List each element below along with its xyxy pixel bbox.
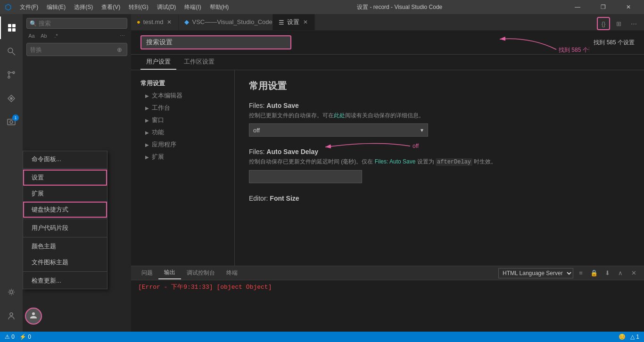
- activity-extensions[interactable]: [0, 87, 23, 110]
- panel-tab-output[interactable]: 输出: [158, 267, 181, 279]
- context-menu-color-theme[interactable]: 颜色主题: [23, 238, 107, 254]
- context-menu-extensions[interactable]: 扩展: [23, 186, 107, 202]
- auto-save-select[interactable]: off afterDelay onFocusChange onWindowCha…: [249, 123, 428, 137]
- settings-group-features[interactable]: ▶ 功能: [131, 126, 234, 138]
- replace-all-button[interactable]: ⊕: [116, 45, 124, 54]
- panel-clear-button[interactable]: ≡: [575, 268, 586, 279]
- badge-count: 1: [12, 114, 19, 121]
- search-regex-button[interactable]: .*: [51, 31, 61, 41]
- context-menu-divider-3: [23, 237, 107, 237]
- settings-detail: 常用设置 Files: Auto Save 控制已更新文件的自动保存。可在此处阅…: [235, 70, 644, 266]
- tab-icon-settings: ☰: [279, 19, 284, 26]
- tab-icon-vsc-md: ◆: [184, 18, 189, 25]
- arrow-icon-5: ▶: [145, 142, 149, 147]
- context-menu-keyboard-shortcuts[interactable]: 键盘快捷方式: [23, 202, 107, 218]
- auto-save-delay-input[interactable]: 1000: [249, 170, 362, 183]
- settings-group-window[interactable]: ▶ 窗口: [131, 114, 234, 126]
- settings-group-common[interactable]: 常用设置: [131, 77, 234, 90]
- arrow-icon-2: ▶: [145, 106, 149, 111]
- panel-error-text: [Error - 下午9:31:33] [object Object]: [138, 284, 272, 291]
- context-menu-command-palette[interactable]: 命令面板...: [23, 151, 107, 167]
- menu-goto[interactable]: 转到(G): [125, 2, 152, 12]
- panel: 问题 输出 调试控制台 终端 HTML Language Server ≡ 🔒 …: [131, 266, 644, 332]
- status-errors[interactable]: ⚠ 0: [5, 334, 15, 340]
- setting-key-font-size: Editor:: [249, 195, 270, 202]
- settings-group-workbench[interactable]: ▶ 工作台: [131, 102, 234, 114]
- context-menu: 命令面板... 设置 扩展 键盘快捷方式 用户代码片段 颜色主题 文件图标主题 …: [23, 151, 107, 289]
- tab-settings[interactable]: ☰ 设置 ✕: [273, 14, 315, 30]
- settings-search-input[interactable]: [140, 35, 291, 49]
- menu-file[interactable]: 文件(F): [16, 2, 42, 12]
- language-server-select[interactable]: HTML Language Server: [498, 268, 573, 278]
- settings-content: 找到 585 个设置 找到 585 个设置 用户设置 工作区设置: [131, 31, 644, 266]
- more-actions-button[interactable]: ⋯: [627, 17, 640, 30]
- panel-tab-terminal[interactable]: 终端: [221, 267, 243, 279]
- panel-tabs: 问题 输出 调试控制台 终端 HTML Language Server ≡ 🔒 …: [131, 266, 644, 280]
- minimize-button[interactable]: —: [567, 0, 588, 14]
- status-warnings[interactable]: ⚡ 0: [19, 334, 31, 340]
- svg-point-8: [8, 76, 10, 78]
- context-menu-user-snippets[interactable]: 用户代码片段: [23, 220, 107, 236]
- restore-button[interactable]: ❐: [592, 0, 614, 14]
- settings-tabs: 用户设置 工作区设置: [131, 55, 644, 70]
- tab-close-test-md[interactable]: ✕: [166, 18, 173, 26]
- title-bar-left: ⬡ 文件(F) 编辑(E) 选择(S) 查看(V) 转到(G) 调试(D) 终端…: [5, 2, 232, 12]
- sidebar: 🔍 Aa Ab .* ⋯ ⊕ 命令面板... 设置 扩展 键盘快捷方式 用户代码…: [23, 14, 131, 332]
- panel-content: [Error - 下午9:31:33] [object Object]: [131, 280, 644, 332]
- status-bar-right: 😊 △ 1: [619, 334, 639, 340]
- context-menu-divider-1: [23, 168, 107, 169]
- activity-account[interactable]: [0, 304, 23, 327]
- close-button[interactable]: ✕: [618, 0, 639, 14]
- avatar[interactable]: [25, 308, 42, 325]
- status-smiley: 😊: [619, 334, 626, 340]
- setting-label-auto-save: Files: Auto Save: [249, 102, 630, 109]
- menu-help[interactable]: 帮助(H): [206, 2, 233, 12]
- tab-user-settings[interactable]: 用户设置: [140, 55, 176, 70]
- split-editor-button[interactable]: ⊞: [612, 17, 625, 30]
- settings-group-text-editor[interactable]: ▶ 文本编辑器: [131, 90, 234, 102]
- after-delay-code: afterDelay: [436, 158, 472, 166]
- menu-select[interactable]: 选择(S): [70, 2, 97, 12]
- settings-search-bar: 找到 585 个设置: [131, 31, 644, 55]
- title-bar: ⬡ 文件(F) 编辑(E) 选择(S) 查看(V) 转到(G) 调试(D) 终端…: [0, 0, 644, 14]
- settings-group-application[interactable]: ▶ 应用程序: [131, 138, 234, 151]
- panel-tab-debug-console[interactable]: 调试控制台: [181, 267, 221, 279]
- auto-save-link[interactable]: 此处: [334, 112, 345, 119]
- context-menu-settings[interactable]: 设置: [23, 170, 107, 186]
- settings-group-extensions[interactable]: ▶ 扩展: [131, 151, 234, 163]
- activity-remote[interactable]: 1: [0, 111, 23, 133]
- tab-test-md[interactable]: ● test.md ✕: [131, 14, 179, 30]
- activity-bar: 1: [0, 14, 23, 332]
- context-menu-check-updates[interactable]: 检查更新...: [23, 273, 107, 289]
- activity-search[interactable]: [0, 40, 23, 63]
- auto-save-delay-link[interactable]: Files: Auto Save: [375, 158, 416, 165]
- context-menu-file-icon-theme[interactable]: 文件图标主题: [23, 254, 107, 270]
- menu-debug[interactable]: 调试(D): [153, 2, 180, 12]
- tab-close-settings[interactable]: ✕: [302, 18, 309, 26]
- tab-workspace-settings[interactable]: 工作区设置: [178, 55, 220, 70]
- menu-edit[interactable]: 编辑(E): [43, 2, 69, 12]
- replace-input[interactable]: [30, 46, 114, 53]
- activity-settings[interactable]: [0, 281, 23, 303]
- setting-auto-save: Files: Auto Save 控制已更新文件的自动保存。可在此处阅读有关自动…: [249, 102, 630, 137]
- status-notifications[interactable]: △ 1: [630, 334, 639, 340]
- window-title: 设置 - record - Visual Studio Code: [232, 3, 567, 11]
- activity-source-control[interactable]: [0, 64, 23, 86]
- tab-vsc-md[interactable]: ◆ VSC——Visual_Studio_Code.md ✕: [179, 14, 273, 30]
- open-settings-json-button[interactable]: {}: [597, 17, 610, 30]
- menu-view[interactable]: 查看(V): [98, 2, 124, 12]
- panel-tab-problems[interactable]: 问题: [136, 267, 158, 279]
- menu-terminal[interactable]: 终端(I): [181, 2, 205, 12]
- panel-download-button[interactable]: ⬇: [602, 268, 613, 279]
- search-expand-replace-button[interactable]: ⋯: [117, 31, 127, 41]
- search-match-word-button[interactable]: Ab: [39, 31, 49, 41]
- panel-close-button[interactable]: ✕: [628, 268, 639, 279]
- panel-collapse-button[interactable]: ∧: [615, 268, 626, 279]
- panel-lock-button[interactable]: 🔒: [588, 268, 600, 279]
- replace-box: ⊕: [26, 43, 127, 56]
- vscode-logo: ⬡: [5, 3, 11, 12]
- search-input[interactable]: [39, 20, 124, 27]
- activity-explorer[interactable]: [0, 16, 23, 39]
- search-match-case-button[interactable]: Aa: [26, 31, 37, 41]
- settings-section-title: 常用设置: [249, 80, 630, 92]
